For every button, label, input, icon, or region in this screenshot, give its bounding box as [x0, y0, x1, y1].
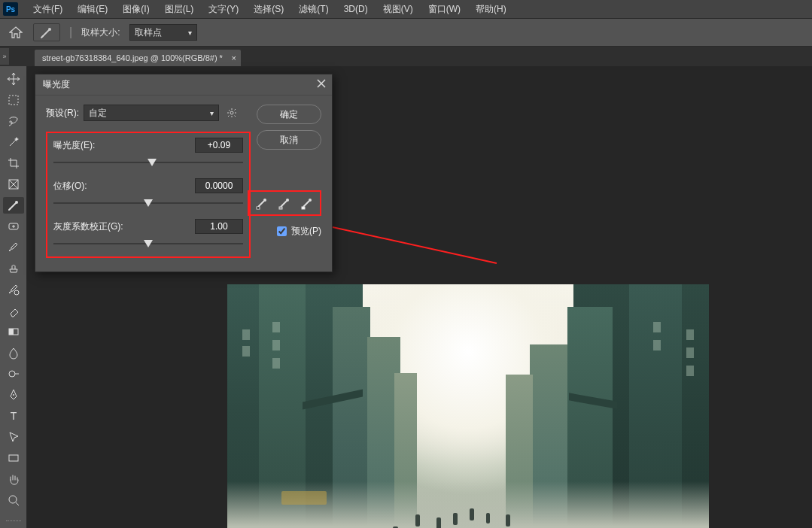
exposure-slider-group: 曝光度(E): 位移(O): [46, 132, 251, 258]
move-tool[interactable] [3, 71, 24, 87]
panel-toggle-icon[interactable]: » [0, 48, 9, 65]
svg-point-12 [9, 496, 17, 503]
svg-point-13 [230, 111, 233, 114]
gamma-input[interactable] [195, 219, 243, 234]
pen-tool[interactable] [3, 387, 24, 403]
svg-point-5 [14, 290, 19, 295]
offset-slider-thumb[interactable] [144, 199, 153, 207]
home-icon[interactable] [8, 24, 24, 41]
svg-rect-7 [9, 329, 14, 335]
sample-size-label: 取样大小: [81, 26, 120, 39]
svg-text:T: T [10, 410, 17, 422]
svg-rect-11 [9, 455, 18, 461]
cancel-button[interactable]: 取消 [257, 130, 321, 150]
preset-label: 预设(R): [46, 107, 79, 120]
close-icon[interactable] [317, 79, 326, 88]
eyedropper-group [248, 190, 321, 216]
svg-rect-15 [257, 207, 260, 209]
eyedropper-black-icon[interactable] [254, 195, 270, 211]
marquee-tool[interactable] [3, 92, 24, 108]
svg-rect-19 [302, 207, 305, 209]
sample-size-select[interactable]: 取样点 [129, 24, 197, 41]
eyedropper-gray-icon[interactable] [276, 195, 293, 211]
spot-heal-tool[interactable] [3, 218, 24, 235]
blur-tool[interactable] [3, 344, 24, 361]
preview-checkbox[interactable] [277, 226, 287, 236]
exposure-dialog: 曝光度 预设(R): 自定 曝光度(E): [35, 74, 333, 272]
magic-wand-tool[interactable] [3, 134, 24, 150]
menu-layer[interactable]: 图层(L) [157, 0, 202, 19]
preset-select[interactable]: 自定 [84, 105, 219, 121]
eyedropper-tool[interactable] [3, 197, 24, 214]
menu-view[interactable]: 视图(V) [376, 0, 421, 19]
options-bar: | 取样大小: 取样点 [0, 18, 812, 47]
menu-filter[interactable]: 滤镜(T) [291, 0, 336, 19]
offset-slider[interactable] [53, 198, 243, 208]
frame-tool[interactable] [3, 176, 24, 193]
dodge-tool[interactable] [3, 366, 24, 382]
menu-file[interactable]: 文件(F) [26, 0, 70, 19]
svg-rect-1 [9, 96, 18, 105]
ok-button[interactable]: 确定 [257, 105, 321, 124]
hand-tool[interactable] [3, 471, 24, 487]
gradient-tool[interactable] [3, 323, 24, 340]
menu-select[interactable]: 选择(S) [246, 0, 291, 19]
crop-tool[interactable] [3, 155, 24, 171]
history-brush-tool[interactable] [3, 281, 24, 298]
exposure-input[interactable] [195, 138, 243, 153]
menu-help[interactable]: 帮助(H) [468, 0, 514, 19]
app-logo-icon: Ps [3, 2, 18, 16]
document-tab-bar: street-gb76318384_640.jpeg @ 100%(RGB/8#… [0, 47, 812, 66]
canvas-image[interactable] [227, 284, 709, 528]
toolbox: T [0, 66, 27, 528]
zoom-tool[interactable] [3, 492, 24, 508]
svg-point-16 [286, 199, 289, 202]
svg-point-0 [48, 28, 51, 31]
close-icon[interactable]: × [231, 53, 236, 62]
gear-icon[interactable] [227, 108, 237, 118]
eraser-tool[interactable] [3, 302, 24, 319]
offset-input[interactable] [195, 178, 243, 193]
gamma-slider[interactable] [53, 238, 243, 249]
preview-checkbox-row[interactable]: 预览(P) [277, 225, 321, 238]
path-select-tool[interactable] [3, 429, 24, 445]
menu-window[interactable]: 窗口(W) [421, 0, 468, 19]
menu-type[interactable]: 文字(Y) [201, 0, 246, 19]
offset-label: 位移(O): [53, 180, 87, 193]
preview-label: 预览(P) [291, 225, 321, 238]
rectangle-tool[interactable] [3, 450, 24, 466]
svg-point-9 [13, 394, 14, 396]
svg-point-18 [309, 199, 312, 202]
gamma-slider-thumb[interactable] [144, 240, 153, 247]
lasso-tool[interactable] [3, 113, 24, 129]
document-tab-label: street-gb76318384_640.jpeg @ 100%(RGB/8#… [42, 53, 223, 62]
exposure-slider-thumb[interactable] [147, 159, 157, 166]
brush-tool[interactable] [3, 239, 24, 256]
dialog-title: 曝光度 [43, 78, 70, 91]
tool-preview-icon[interactable] [33, 23, 60, 41]
menu-3d[interactable]: 3D(D) [336, 1, 376, 17]
dialog-title-bar[interactable]: 曝光度 [35, 74, 332, 96]
svg-rect-17 [279, 207, 282, 209]
menu-bar: Ps 文件(F) 编辑(E) 图像(I) 图层(L) 文字(Y) 选择(S) 滤… [0, 0, 812, 18]
clone-stamp-tool[interactable] [3, 260, 24, 277]
svg-point-14 [263, 199, 266, 202]
svg-point-8 [9, 371, 15, 377]
document-tab[interactable]: street-gb76318384_640.jpeg @ 100%(RGB/8#… [35, 50, 241, 66]
menu-edit[interactable]: 编辑(E) [70, 0, 115, 19]
gamma-label: 灰度系数校正(G): [53, 220, 123, 233]
exposure-slider[interactable] [53, 157, 243, 168]
eyedropper-white-icon[interactable] [299, 195, 315, 211]
menu-image[interactable]: 图像(I) [115, 0, 157, 19]
exposure-label: 曝光度(E): [53, 139, 95, 152]
svg-point-3 [15, 201, 18, 204]
type-tool[interactable]: T [3, 408, 24, 424]
